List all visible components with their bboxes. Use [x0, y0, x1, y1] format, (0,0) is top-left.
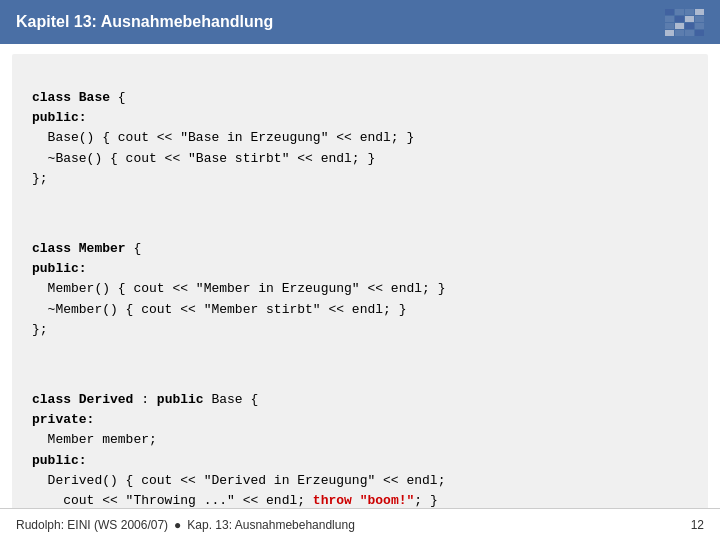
code-line: Member() { cout << "Member in Erzeugung"… — [32, 281, 445, 296]
footer-topic: Kap. 13: Ausnahmebehandlung — [187, 518, 354, 532]
code-line: private: — [32, 412, 94, 427]
code-line: Derived() { cout << "Derived in Erzeugun… — [32, 473, 445, 488]
code-line: ~Member() { cout << "Member stirbt" << e… — [32, 302, 406, 317]
code-line: public: — [32, 110, 87, 125]
code-line: }; — [32, 322, 48, 337]
code-line: ~Base() { cout << "Base stirbt" << endl;… — [32, 151, 375, 166]
footer-left: Rudolph: EINI (WS 2006/07) ● Kap. 13: Au… — [16, 518, 355, 532]
footer-bullet: ● — [174, 518, 181, 532]
code-section-1: class Base { public: Base() { cout << "B… — [32, 68, 688, 209]
code-section-2: class Member { public: Member() { cout <… — [32, 219, 688, 360]
footer-page: 12 — [691, 518, 704, 532]
header-title: Kapitel 13: Ausnahmebehandlung — [16, 13, 273, 31]
code-line: Member member; — [32, 432, 157, 447]
header-logo — [665, 9, 704, 36]
code-line: Base() { cout << "Base in Erzeugung" << … — [32, 130, 414, 145]
footer: Rudolph: EINI (WS 2006/07) ● Kap. 13: Au… — [0, 508, 720, 540]
code-line: class Member { — [32, 241, 141, 256]
footer-author: Rudolph: EINI (WS 2006/07) — [16, 518, 168, 532]
code-line: class Derived : public Base { — [32, 392, 258, 407]
code-line: public: — [32, 453, 87, 468]
code-line: cout << "Throwing ..." << endl; throw "b… — [32, 493, 438, 508]
code-line: }; — [32, 171, 48, 186]
code-line: class Base { — [32, 90, 126, 105]
main-content: class Base { public: Base() { cout << "B… — [12, 54, 708, 540]
header: Kapitel 13: Ausnahmebehandlung — [0, 0, 720, 44]
code-line: public: — [32, 261, 87, 276]
